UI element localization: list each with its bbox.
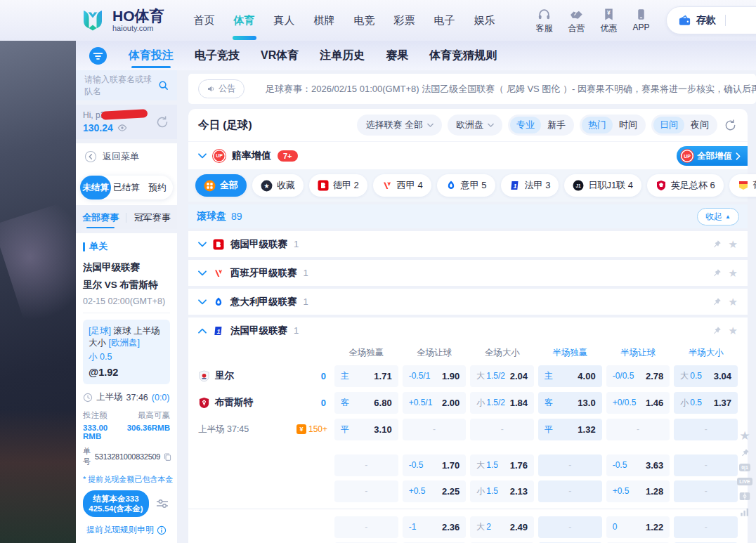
- collapse-button[interactable]: 收起 ▲: [697, 208, 739, 225]
- action-优惠[interactable]: ¥优惠: [601, 7, 618, 34]
- odds-cell[interactable]: -12.36: [403, 516, 467, 538]
- odds-cell[interactable]: 大1.51.76: [470, 454, 534, 476]
- pin-icon[interactable]: [712, 240, 722, 249]
- team-name[interactable]: 里尔: [215, 369, 234, 382]
- league-chip-意甲[interactable]: 意甲 5: [437, 174, 495, 197]
- odds-cell[interactable]: 平1.32: [538, 419, 602, 440]
- league-select-dropdown[interactable]: 选择联赛 全部: [357, 115, 442, 136]
- odds-cell[interactable]: -0.53.63: [606, 454, 670, 476]
- odds-cell[interactable]: +0.51.28: [606, 480, 670, 502]
- odds-cell[interactable]: +0.52.25: [403, 480, 467, 502]
- markets-count-badge[interactable]: ¥150+: [296, 424, 330, 434]
- odds-cell[interactable]: 客6.80: [334, 392, 398, 414]
- status-tab-已结算[interactable]: 已结算: [111, 176, 142, 199]
- odds-cell[interactable]: 小1.52.13: [470, 480, 534, 502]
- team-name[interactable]: 布雷斯特: [215, 396, 253, 409]
- subnav-tab-电子竞技[interactable]: 电子竞技: [195, 48, 240, 63]
- toggle-option-专业[interactable]: 专业: [510, 117, 541, 133]
- deposit-button[interactable]: 存款: [666, 6, 756, 34]
- subnav-tab-赛果[interactable]: 赛果: [386, 48, 408, 63]
- nav-item-首页[interactable]: 首页: [194, 14, 215, 27]
- league-chip-葡[interactable]: 葡: [729, 174, 756, 197]
- status-tab-未结算[interactable]: 未结算: [80, 176, 111, 199]
- odds-cell[interactable]: +0/0.51.46: [606, 392, 670, 414]
- odds-cell[interactable]: 大1.5/22.04: [470, 365, 534, 387]
- odds-format-badge[interactable]: 0|1: [739, 464, 750, 471]
- action-合营[interactable]: 合营: [568, 7, 585, 34]
- scope-tab-全部赛事[interactable]: 全部赛事: [82, 211, 119, 224]
- nav-item-娱乐[interactable]: 娱乐: [474, 14, 495, 27]
- odds-cell[interactable]: 客13.0: [538, 392, 602, 414]
- star-icon[interactable]: ★: [729, 239, 738, 249]
- star-icon[interactable]: ★: [729, 296, 738, 307]
- live-badge[interactable]: LIVE: [737, 478, 752, 485]
- odds-plate-dropdown[interactable]: 欧洲盘: [448, 115, 502, 136]
- star-icon[interactable]: ★: [729, 268, 738, 278]
- subnav-tab-体育投注[interactable]: 体育投注: [129, 48, 174, 63]
- league-row-西班牙甲级联赛[interactable]: 西班牙甲级联赛1★: [188, 260, 748, 286]
- odds-cell[interactable]: 主4.00: [538, 365, 602, 387]
- nav-item-体育[interactable]: 体育: [234, 14, 255, 27]
- search-icon[interactable]: [158, 80, 169, 91]
- odds-cell[interactable]: 大22.49: [470, 516, 534, 538]
- pin-icon[interactable]: [712, 268, 722, 277]
- nav-item-棋牌[interactable]: 棋牌: [314, 14, 335, 27]
- subnav-tab-体育竞猜规则[interactable]: 体育竞猜规则: [429, 48, 497, 63]
- subnav-tab-VR体育[interactable]: VR体育: [261, 48, 299, 63]
- cashout-settings-icon[interactable]: [155, 496, 170, 511]
- toggle-option-新手[interactable]: 新手: [541, 117, 572, 133]
- scope-tab-冠军赛事[interactable]: 冠军赛事: [134, 211, 171, 224]
- toggle-option-夜间[interactable]: 夜间: [684, 117, 715, 133]
- star-icon[interactable]: ★: [739, 430, 750, 442]
- status-tab-预约[interactable]: 预约: [142, 176, 173, 199]
- odds-cell[interactable]: 平3.10: [334, 419, 398, 440]
- pin-icon[interactable]: [741, 448, 750, 457]
- league-row-意大利甲级联赛[interactable]: 意大利甲级联赛1★: [188, 289, 748, 315]
- action-APP[interactable]: APP: [633, 7, 650, 34]
- odds-cell[interactable]: +0.5/12.00: [403, 392, 467, 414]
- toggle-option-日间[interactable]: 日间: [653, 117, 684, 133]
- back-to-menu[interactable]: 返回菜单: [76, 143, 177, 170]
- odds-cell[interactable]: -0.51.70: [403, 454, 467, 476]
- league-row-德国甲级联赛[interactable]: 德国甲级联赛1★: [188, 231, 748, 257]
- league-chip-英足总杯[interactable]: 英足总杯 6: [647, 174, 724, 197]
- subnav-tab-注单历史[interactable]: 注单历史: [320, 48, 365, 63]
- odds-cell[interactable]: 小0.51.37: [674, 392, 738, 414]
- odds-cell[interactable]: 小1.5/21.84: [470, 392, 534, 414]
- odds-cell[interactable]: 大0.53.04: [674, 365, 738, 387]
- nav-item-电竞[interactable]: 电竞: [354, 14, 375, 27]
- league-chip-全部[interactable]: 全部: [195, 174, 247, 197]
- brand-logo[interactable]: HO体育 haiouty.com: [79, 6, 164, 34]
- cashout-rules-link[interactable]: 提前兑现规则申明: [83, 524, 170, 536]
- filter-menu-icon[interactable]: [89, 46, 107, 65]
- toggle-option-时间[interactable]: 时间: [613, 117, 644, 133]
- search-input[interactable]: 请输入联赛名或球队名: [76, 70, 177, 100]
- league-chip-收藏[interactable]: ★收藏: [252, 174, 304, 197]
- odds-cell[interactable]: 主1.71: [334, 365, 398, 387]
- pitch-icon[interactable]: [739, 492, 750, 501]
- nav-item-真人[interactable]: 真人: [274, 14, 295, 27]
- stats-icon[interactable]: [740, 507, 750, 517]
- all-boost-button[interactable]: UP 全部增值: [677, 146, 748, 166]
- cashout-button[interactable]: 结算本金333 425.54(含本金): [83, 490, 149, 517]
- league-chip-法甲[interactable]: 1法甲 3: [501, 174, 559, 197]
- league-chip-日职J1联[interactable]: J1日职J1联 4: [564, 174, 641, 197]
- pin-icon[interactable]: [712, 326, 722, 335]
- odds-cell[interactable]: 01.22: [606, 516, 670, 538]
- odds-cell[interactable]: -0.5/11.90: [403, 365, 467, 387]
- odds-boost-row[interactable]: UP 赔率增值 7+ UP 全部增值: [188, 141, 748, 169]
- nav-item-电子[interactable]: 电子: [434, 14, 455, 27]
- eye-icon[interactable]: [117, 123, 127, 133]
- pin-icon[interactable]: [712, 297, 722, 306]
- star-icon[interactable]: ★: [729, 325, 738, 336]
- refresh-balance-icon[interactable]: [155, 115, 170, 130]
- nav-item-彩票[interactable]: 彩票: [394, 14, 415, 27]
- league-row-法国甲级联赛[interactable]: 1法国甲级联赛1★: [188, 318, 748, 344]
- action-客服[interactable]: 客服: [536, 7, 553, 34]
- league-chip-西甲[interactable]: 西甲 4: [373, 174, 431, 197]
- announcement-pill[interactable]: 公告: [198, 79, 245, 98]
- refresh-icon[interactable]: [723, 118, 738, 133]
- toggle-option-热门[interactable]: 热门: [582, 117, 613, 133]
- copy-icon[interactable]: [163, 452, 172, 462]
- league-chip-德甲[interactable]: 德甲 2: [309, 174, 367, 197]
